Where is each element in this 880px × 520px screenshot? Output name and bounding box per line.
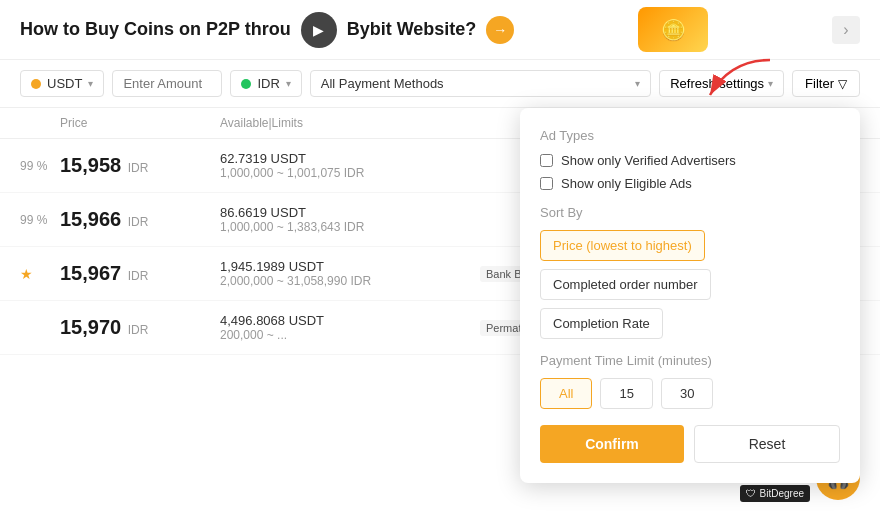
col-header-available: Available|Limits [220,116,480,130]
price-currency-1: IDR [128,161,149,175]
bitdegree-badge: 🛡 BitDegree [740,485,810,502]
time-15-button[interactable]: 15 [600,378,652,409]
sort-by-label: Sort By [540,205,840,220]
limits-cell-2: 86.6619 USDT 1,000,000 ~ 1,383,643 IDR [220,205,480,234]
banner-content: How to Buy Coins on P2P throu ▶ Bybit We… [20,12,514,48]
price-cell-1: 15,958 IDR [60,154,220,177]
col-header-price: Price [60,116,220,130]
fiat-icon [241,79,251,89]
payment-method-selector[interactable]: All Payment Methods ▾ [310,70,651,97]
sort-section: Sort By Price (lowest to highest) Comple… [540,205,840,339]
time-limit-label: Payment Time Limit (minutes) [540,353,840,368]
play-button[interactable]: ▶ [301,12,337,48]
price-cell-2: 15,966 IDR [60,208,220,231]
completion-rate-2: 99 % [20,213,60,227]
limits-cell-4: 4,496.8068 USDT 200,000 ~ ... [220,313,480,342]
toolbar: USDT ▾ IDR ▾ All Payment Methods ▾ Refre… [0,60,880,108]
price-value-2: 15,966 [60,208,121,230]
filter-icon: ▽ [838,77,847,91]
available-1: 62.7319 USDT [220,151,480,166]
time-limit-section: Payment Time Limit (minutes) All 15 30 [540,353,840,409]
col-header-empty [20,116,60,130]
currency-selector[interactable]: USDT ▾ [20,70,104,97]
price-cell-4: 15,970 IDR [60,316,220,339]
verified-advertisers-input[interactable] [540,154,553,167]
currency-label: USDT [47,76,82,91]
limits-range-1: 1,000,000 ~ 1,001,075 IDR [220,166,480,180]
verified-advertisers-checkbox[interactable]: Show only Verified Advertisers [540,153,840,168]
reset-button[interactable]: Reset [694,425,840,463]
star-icon-3: ★ [20,266,60,282]
sort-completion-rate-button[interactable]: Completion Rate [540,308,663,339]
verified-advertisers-label: Show only Verified Advertisers [561,153,736,168]
fiat-selector[interactable]: IDR ▾ [230,70,301,97]
sort-completed-order-button[interactable]: Completed order number [540,269,711,300]
fiat-chevron-icon: ▾ [286,78,291,89]
usdt-icon [31,79,41,89]
refresh-label: Refresh settings [670,76,764,91]
price-currency-3: IDR [128,269,149,283]
payment-chevron-icon: ▾ [635,78,640,89]
refresh-chevron-icon: ▾ [768,78,773,89]
banner-cta-button[interactable]: → [486,16,514,44]
banner-next-button[interactable]: › [832,16,860,44]
price-currency-4: IDR [128,323,149,337]
eligible-ads-checkbox[interactable]: Show only Eligible Ads [540,176,840,191]
bitdegree-shield-icon: 🛡 [746,488,756,499]
available-4: 4,496.8068 USDT [220,313,480,328]
ad-types-label: Ad Types [540,128,840,143]
bitdegree-label: BitDegree [760,488,804,499]
available-3: 1,945.1989 USDT [220,259,480,274]
amount-input[interactable] [112,70,222,97]
limits-cell-3: 1,945.1989 USDT 2,000,000 ~ 31,058,990 I… [220,259,480,288]
currency-chevron-icon: ▾ [88,78,93,89]
time-buttons: All 15 30 [540,378,840,409]
sort-buttons: Price (lowest to highest) Completed orde… [540,230,840,339]
confirm-button[interactable]: Confirm [540,425,684,463]
payment-label: All Payment Methods [321,76,444,91]
refresh-settings-button[interactable]: Refresh settings ▾ [659,70,784,97]
available-2: 86.6619 USDT [220,205,480,220]
sort-price-button[interactable]: Price (lowest to highest) [540,230,705,261]
price-currency-2: IDR [128,215,149,229]
eligible-ads-input[interactable] [540,177,553,190]
fiat-label: IDR [257,76,279,91]
limits-range-2: 1,000,000 ~ 1,383,643 IDR [220,220,480,234]
banner: How to Buy Coins on P2P throu ▶ Bybit We… [0,0,880,60]
banner-image: 🪙 [638,7,708,52]
price-value-1: 15,958 [60,154,121,176]
filter-button[interactable]: Filter ▽ [792,70,860,97]
completion-rate-1: 99 % [20,159,60,173]
price-value-4: 15,970 [60,316,121,338]
time-all-button[interactable]: All [540,378,592,409]
limits-cell-1: 62.7319 USDT 1,000,000 ~ 1,001,075 IDR [220,151,480,180]
banner-title-2: Bybit Website? [347,19,477,40]
limits-range-3: 2,000,000 ~ 31,058,990 IDR [220,274,480,288]
banner-title: How to Buy Coins on P2P throu [20,19,291,40]
eligible-ads-label: Show only Eligible Ads [561,176,692,191]
time-30-button[interactable]: 30 [661,378,713,409]
price-cell-3: 15,967 IDR [60,262,220,285]
filter-dropdown: Ad Types Show only Verified Advertisers … [520,108,860,483]
price-value-3: 15,967 [60,262,121,284]
limits-range-4: 200,000 ~ ... [220,328,480,342]
filter-label: Filter [805,76,834,91]
dropdown-actions: Confirm Reset [540,425,840,463]
